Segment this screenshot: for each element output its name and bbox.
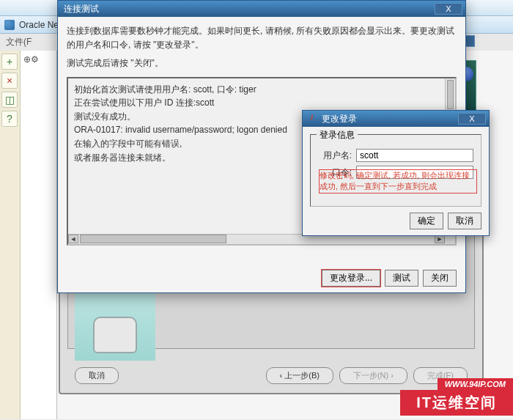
username-label: 用户名: [318,150,352,162]
dialog-footer: 更改登录... 测试 关闭 [322,270,457,287]
dialog-close-button[interactable]: X [435,3,462,15]
sub-dialog-title: 更改登录 [322,113,458,125]
toolbar-item-button[interactable]: ◫ [1,92,18,108]
watermark: WWW.94IP.COM IT运维空间 [400,378,513,416]
database-icon [93,317,137,353]
cancel-button[interactable]: 取消 [448,213,481,229]
sub-dialog-close-button[interactable]: X [458,113,486,125]
app-title: Oracle Net [19,20,61,30]
instruction-line-2: 测试完成后请按 "关闭"。 [67,56,457,70]
wizard-back-button[interactable]: ‹ 上一步(B) [266,367,333,384]
login-info-group: 登录信息 用户名: 口令: 修改密码, 确定测试, 若成功, 则会出现连接成功,… [310,134,481,207]
username-input[interactable] [356,149,473,162]
group-title: 登录信息 [317,129,358,141]
toolbar-delete-button[interactable]: × [1,73,18,89]
wizard-next-button[interactable]: 下一步(N) › [339,367,407,384]
scrollbar-thumb[interactable] [80,235,226,243]
watermark-url: WWW.94IP.COM [438,378,513,390]
change-login-button[interactable]: 更改登录... [322,270,380,287]
log-line: 正在尝试使用以下用户 ID 连接:scott [74,96,439,110]
password-input[interactable] [356,166,473,179]
instruction-line-1: 连接到数据库需要数秒钟才能完成。如果时间更长, 请稍候, 所有失败原因都会显示出… [67,24,457,52]
app-icon [4,20,15,30]
ok-button[interactable]: 确定 [410,213,443,229]
change-login-dialog: 更改登录 X 登录信息 用户名: 口令: 修改密码, 确定测试, 若成功, 则会… [302,110,490,236]
scroll-left-arrow[interactable]: ◄ [68,235,78,243]
java-icon [309,114,319,124]
dialog-title: 连接测试 [64,3,435,15]
wizard-cancel-button[interactable]: 取消 [75,367,119,384]
chevron-right-icon: › [388,371,394,380]
test-button[interactable]: 测试 [385,270,418,287]
close-button[interactable]: 关闭 [423,270,457,287]
tree-root-node[interactable]: ⊕⚙ [23,54,39,65]
watermark-brand: IT运维空间 [400,390,513,416]
sub-dialog-footer: 确定 取消 [410,213,481,229]
log-line: 初始化首次测试请使用用户名: scott, 口令: tiger [74,83,439,97]
username-row: 用户名: [318,149,473,162]
toolbar-add-button[interactable]: + [1,54,18,70]
tree-panel[interactable]: ⊕⚙ [21,51,57,419]
vertical-toolbar: + × ◫ ? [0,51,21,419]
toolbar-help-button[interactable]: ? [1,111,18,127]
password-label: 口令: [318,166,352,179]
sub-dialog-titlebar[interactable]: 更改登录 X [303,111,489,127]
password-row: 口令: [318,166,473,179]
dialog-titlebar[interactable]: 连接测试 X [58,1,465,17]
wizard-back-label: 上一步(B) [284,371,320,380]
scrollbar-thumb[interactable] [447,80,454,109]
svg-point-0 [311,120,317,123]
wizard-next-label: 下一步(N) [353,371,388,380]
